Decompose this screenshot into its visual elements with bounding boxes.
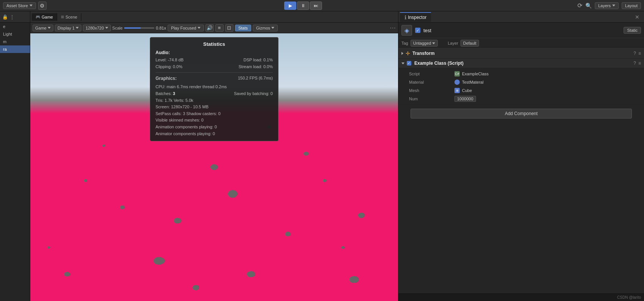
material-value-container: TestMateral xyxy=(454,80,640,85)
gizmos-label: Gizmos xyxy=(256,26,270,30)
transform-icon: ✛ xyxy=(406,50,410,56)
example-class-help-icon[interactable]: ? xyxy=(633,61,636,66)
sidebar-item-m[interactable]: m xyxy=(0,38,30,45)
static-label: Static xyxy=(627,28,638,33)
search-button[interactable]: 🔍 xyxy=(585,3,592,9)
layout-button[interactable]: Layout xyxy=(622,2,641,9)
search-icon: 🔍 xyxy=(585,3,592,9)
transform-arrow-icon xyxy=(401,52,403,55)
mesh-value-container: ⊞ Cube xyxy=(454,88,640,93)
tag-value: Untagged xyxy=(413,41,431,45)
stats-dsp-label: DSP load: 0.1% xyxy=(244,57,273,64)
layers-button[interactable]: Layers xyxy=(595,2,619,9)
resolution-chevron xyxy=(105,27,108,29)
stats-saved-batching: Saved by batching: 0 xyxy=(234,90,273,97)
history-button[interactable]: ⟳ xyxy=(577,2,582,9)
sidebar-item-label: Light xyxy=(3,32,12,36)
material-label: Material xyxy=(409,80,454,84)
stats-setpass-row: SetPass calls: 3 Shadow casters: 0 xyxy=(156,111,273,117)
tag-dropdown[interactable]: Untagged xyxy=(411,40,438,47)
step-button[interactable]: ⏭ xyxy=(310,2,322,10)
game-label: Game xyxy=(35,26,47,30)
scale-label: Scale xyxy=(112,26,123,30)
game-chevron xyxy=(48,27,51,29)
aspect-icon: ⊡ xyxy=(227,25,231,31)
example-class-body: Script C# ExampleClass Material TestMate… xyxy=(398,68,644,105)
sidebar-menu-icon[interactable]: ⋮ xyxy=(9,14,15,20)
mute-icon: 🔊 xyxy=(207,25,213,31)
layer-dropdown[interactable]: Default xyxy=(460,40,479,47)
tag-chevron xyxy=(432,42,435,44)
stats-graphics-row: Graphics: 150.2 FPS (6.7ms) xyxy=(156,75,273,84)
game-view-content: Statistics Audio: Level: -74.8 dB DSP lo… xyxy=(30,33,398,301)
script-icon: C# xyxy=(454,71,460,76)
sidebar-item-e[interactable]: e xyxy=(0,23,30,30)
toolbar-more-icon[interactable]: ⋯ xyxy=(390,24,396,31)
resolution-dropdown[interactable]: 1280x720 xyxy=(83,25,110,31)
tab-inspector[interactable]: ℹ Inspector xyxy=(400,12,431,22)
layer-label: Layer xyxy=(448,41,458,45)
top-bar-right: ⟳ 🔍 Layers Layout xyxy=(527,2,641,9)
inspector-tab-bar: ℹ Inspector ✕ xyxy=(398,11,644,23)
stats-title: Statistics xyxy=(156,41,273,47)
transform-component-header[interactable]: ✛ Transform ? ≡ xyxy=(398,48,644,59)
display-label: Display 1 xyxy=(58,26,75,30)
stats-audio-row1: Level: -74.8 dB DSP load: 0.1% xyxy=(156,57,273,64)
stats-label: Stats xyxy=(238,26,248,30)
game-dropdown[interactable]: Game xyxy=(33,25,53,31)
sidebar-item-light[interactable]: Light xyxy=(0,30,30,38)
gizmos-button[interactable]: Gizmos xyxy=(253,25,278,31)
stats-audio-title: Audio: xyxy=(156,50,273,55)
tab-scene[interactable]: ⊞ Scene xyxy=(57,13,81,21)
display-dropdown[interactable]: Display 1 xyxy=(55,25,81,31)
object-header: ◈ ✓ test Static xyxy=(398,23,644,38)
transform-help-icon[interactable]: ? xyxy=(633,51,636,56)
sidebar-item-ra[interactable]: ra xyxy=(0,45,30,53)
example-class-menu-icon[interactable]: ≡ xyxy=(638,61,641,66)
aspect-button[interactable]: ⊡ xyxy=(225,24,233,32)
example-class-enabled-checkbox[interactable]: ✓ xyxy=(407,61,411,66)
num-value: 1000000 xyxy=(454,96,476,102)
gizmos-chevron xyxy=(271,27,274,29)
lock-icon: 🔒 xyxy=(2,14,8,20)
stats-audio-row2: Clipping: 0.0% Stream load: 0.0% xyxy=(156,64,273,70)
vsync-button[interactable]: ≡ xyxy=(215,24,224,32)
main-layout: 🔒 ⋮ e Light m ra 🎮 Game ⊞ Scene xyxy=(0,11,644,301)
layers-label: Layers xyxy=(598,3,611,8)
mesh-label: Mesh xyxy=(409,88,454,93)
top-bar-left: Asset Store ⚙ xyxy=(3,2,79,10)
example-class-header[interactable]: ✓ Example Class (Script) ? ≡ xyxy=(398,59,644,68)
inspector-content: ◈ ✓ test Static Tag Untagged Layer Defau… xyxy=(398,23,644,293)
credit-text: CSDN @larito xyxy=(617,295,641,299)
asset-store-chevron xyxy=(30,5,33,6)
mesh-prop-row: Mesh ⊞ Cube xyxy=(398,86,644,95)
script-value: ExampleClass xyxy=(462,72,488,76)
layers-chevron xyxy=(612,5,615,6)
object-enabled-checkbox[interactable]: ✓ xyxy=(415,28,420,33)
stats-cpu-row: CPU: main 6.7ms render thread 0.2ms xyxy=(156,84,273,90)
tab-game[interactable]: 🎮 Game xyxy=(32,13,57,21)
pause-button[interactable]: ⏸ xyxy=(297,2,309,10)
static-button[interactable]: Static xyxy=(624,27,641,34)
gear-button[interactable]: ⚙ xyxy=(38,2,47,10)
asset-store-button[interactable]: Asset Store xyxy=(3,2,36,9)
vsync-icon: ≡ xyxy=(218,25,221,31)
tag-label: Tag xyxy=(401,41,408,45)
inspector-close-button[interactable]: ✕ xyxy=(632,14,642,20)
stats-screen-row: Screen: 1280x720 - 10.5 MB xyxy=(156,104,273,111)
history-icon: ⟳ xyxy=(577,2,582,9)
game-tab-label: Game xyxy=(42,15,53,19)
add-component-button[interactable]: Add Component xyxy=(411,109,632,119)
scale-slider[interactable] xyxy=(124,27,154,29)
play-focused-button[interactable]: Play Focused xyxy=(168,25,204,31)
asset-store-label: Asset Store xyxy=(6,3,28,8)
play-button[interactable]: ▶ xyxy=(284,2,296,10)
mute-button[interactable]: 🔊 xyxy=(205,24,214,32)
transform-menu-icon[interactable]: ≡ xyxy=(638,51,641,56)
top-bar: Asset Store ⚙ ▶ ⏸ ⏭ ⟳ 🔍 Layers xyxy=(0,0,644,11)
stats-button[interactable]: Stats xyxy=(235,25,251,31)
sidebar-item-label: m xyxy=(3,39,6,44)
stats-animation-playing: Animation components playing: 0 xyxy=(156,124,273,131)
center-panel: 🎮 Game ⊞ Scene Game Display 1 1280x720 xyxy=(30,11,398,301)
stats-visible-skinned: Visible skinned meshes: 0 xyxy=(156,117,273,124)
